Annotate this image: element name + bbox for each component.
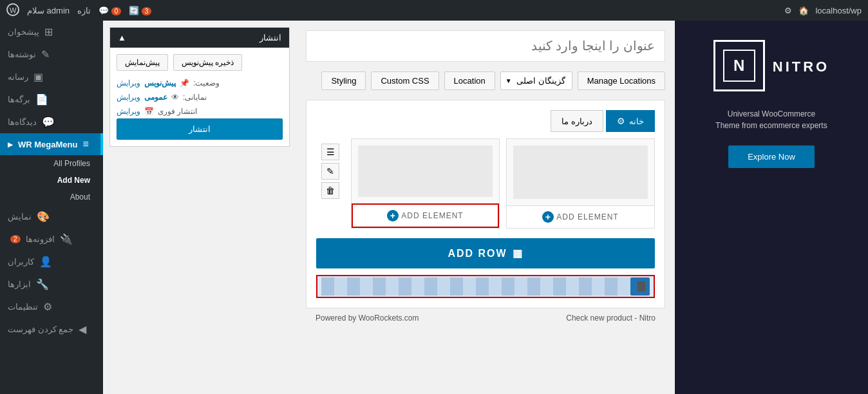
updates-btn[interactable]: 🔄 3: [129, 6, 151, 15]
col-action-edit-icon[interactable]: ✎: [321, 163, 339, 180]
save-draft-button[interactable]: ذخیره پیش‌نویس: [173, 54, 242, 71]
status-edit-link[interactable]: ویرایش: [117, 79, 140, 88]
sidebar-item-dashboard[interactable]: ⊞ پیشخوان: [0, 21, 103, 43]
updates-badge: 3: [142, 7, 152, 15]
editor-wrapper: Manage Locations گزینگان اصلی ▼ Location…: [296, 21, 868, 394]
wp-icon[interactable]: ⚙: [784, 6, 792, 15]
tab-about[interactable]: درباره ما: [551, 110, 603, 132]
sidebar-item-users[interactable]: 👤 کاربران: [0, 250, 103, 273]
sidebar-item-settings[interactable]: ⚙ تنظیمات: [0, 296, 103, 318]
column-2: ADD ELEMENT +: [351, 138, 500, 229]
site-name[interactable]: سلام admin: [27, 6, 70, 15]
add-element-btn-2[interactable]: ADD ELEMENT +: [352, 203, 499, 228]
ad-tagline2: Theme from ecommerce experts: [715, 121, 827, 130]
submenu-all-profiles[interactable]: All Profiles: [0, 155, 103, 172]
explore-now-button[interactable]: Explore Now: [728, 145, 815, 168]
submenu-about[interactable]: About: [0, 189, 103, 205]
plugins-icon: 🔌: [60, 233, 73, 245]
publish-time-label: انتشار فوری: [158, 107, 197, 116]
posts-icon: ✎: [41, 48, 50, 61]
styling-button[interactable]: Styling: [321, 71, 366, 90]
sidebar-item-plugins[interactable]: 🔌 افزونه‌ها 2: [0, 228, 103, 250]
svg-text:W: W: [10, 6, 17, 14]
custom-css-button[interactable]: Custom CSS: [371, 71, 439, 90]
publish-button[interactable]: انتشار: [117, 118, 283, 140]
tab-about-label: درباره ما: [561, 117, 592, 126]
visibility-edit-link[interactable]: ویرایش: [117, 93, 140, 102]
publish-box: انتشار ▲ ذخیره پیش‌نویس پیش‌نمایش وضعیت:…: [109, 27, 290, 147]
home-icon[interactable]: 🏠: [798, 6, 809, 15]
scrollbar-thumb: [630, 277, 650, 296]
visibility-value: عمومی: [144, 93, 167, 102]
sidebar-label-posts: نوشته‌ها: [8, 50, 36, 59]
location-select-wrapper: گزینگان اصلی ▼: [500, 71, 572, 90]
add-element-btn-1[interactable]: ADD ELEMENT +: [507, 205, 654, 228]
status-icon: 📌: [180, 79, 189, 88]
sidebar-item-comments[interactable]: 💬 دیدگاه‌ها: [0, 111, 103, 133]
sidebar-item-media[interactable]: ▣ رسانه: [0, 66, 103, 88]
column-1: ADD ELEMENT +: [506, 138, 655, 229]
sidebar-label-plugins: افزونه‌ها: [26, 234, 55, 244]
comments-badge: 0: [111, 7, 122, 15]
tab-home[interactable]: خانه ⚙: [606, 110, 655, 132]
wp-logo-icon[interactable]: W: [6, 3, 19, 18]
editor-area: Manage Locations گزینگان اصلی ▼ Location…: [296, 21, 675, 394]
sidebar-item-tools[interactable]: 🔧 ابزارها: [0, 273, 103, 296]
col-actions: ☰ ✎ 🗑: [316, 138, 344, 204]
footer-right-text: Powered by WooRockets.com: [316, 314, 419, 323]
tab-home-gear-icon[interactable]: ⚙: [617, 116, 625, 126]
sidebar-label-settings: تنظیمات: [8, 302, 38, 312]
publish-time-row: انتشار فوری 📅 ویرایش: [117, 104, 283, 118]
status-value: پیش‌نویس: [144, 79, 176, 88]
sidebar-label-tools: ابزارها: [8, 279, 31, 289]
publish-toggle-icon[interactable]: ▲: [118, 33, 126, 42]
left-panel: انتشار ▲ ذخیره پیش‌نویس پیش‌نمایش وضعیت:…: [103, 21, 296, 394]
col-action-delete-icon[interactable]: 🗑: [321, 182, 339, 199]
users-icon: 👤: [39, 256, 52, 268]
scrollbar-track: [321, 277, 630, 296]
manage-locations-button[interactable]: Manage Locations: [578, 71, 665, 90]
publish-time-edit-link[interactable]: ویرایش: [117, 107, 140, 116]
new-content-btn[interactable]: تازه: [77, 6, 91, 15]
comments-btn[interactable]: 💬 0: [99, 6, 121, 15]
sidebar-item-collapse[interactable]: ◀ جمع کردن فهرست: [0, 318, 103, 341]
center-wrapper: انتشار ▲ ذخیره پیش‌نویس پیش‌نمایش وضعیت:…: [103, 21, 868, 394]
publish-box-header: انتشار ▲: [110, 28, 289, 48]
sidebar-label-dashboard: پیشخوان: [8, 27, 39, 37]
sidebar-label-collapse: جمع کردن فهرست: [8, 324, 73, 334]
scrollbar-cursor: [637, 281, 645, 292]
sidebar-label-megamenu: WR MegaMenu: [18, 140, 77, 149]
site-url[interactable]: localhost/wp: [815, 6, 862, 15]
scrollbar-row[interactable]: [316, 275, 655, 298]
collapse-icon: ◀: [79, 323, 86, 335]
pages-icon: 📄: [35, 93, 48, 106]
col-2-content: [358, 145, 493, 197]
preview-button[interactable]: پیش‌نمایش: [117, 54, 168, 71]
megamenu-icon: ≡: [82, 138, 88, 150]
media-icon: ▣: [33, 71, 43, 83]
sidebar-item-megamenu[interactable]: ≡ WR MegaMenu ▶: [0, 133, 103, 155]
editor-toolbar: Manage Locations گزینگان اصلی ▼ Location…: [306, 71, 665, 90]
post-title-input[interactable]: [306, 30, 665, 62]
columns-area: ADD ELEMENT + ADD ELEMENT +: [351, 138, 655, 229]
nitro-logo: [713, 40, 765, 91]
dashboard-icon: ⊞: [44, 26, 53, 38]
status-row: وضعیت: 📌 پیش‌نویس ویرایش: [117, 76, 283, 90]
status-label: وضعیت:: [193, 79, 220, 88]
draft-preview-group: ذخیره پیش‌نویس پیش‌نمایش: [117, 54, 283, 71]
visibility-label: نمایانی:: [183, 93, 207, 102]
add-row-label: ADD ROW: [448, 248, 507, 259]
location-select[interactable]: گزینگان اصلی: [500, 71, 572, 90]
col-action-list-icon[interactable]: ☰: [321, 144, 339, 160]
nitro-logo-inner: [723, 50, 755, 82]
add-row-button[interactable]: ▦ ADD ROW: [316, 238, 655, 268]
sidebar-label-comments: دیدگاه‌ها: [8, 117, 37, 127]
sidebar-item-posts[interactable]: ✎ نوشته‌ها: [0, 43, 103, 66]
sidebar-item-pages[interactable]: 📄 برگه‌ها: [0, 88, 103, 111]
menu-builder: خانه ⚙ درباره ما: [306, 100, 665, 308]
location-button[interactable]: Location: [444, 71, 495, 90]
publish-box-body: ذخیره پیش‌نویس پیش‌نمایش وضعیت: 📌 پیش‌نو…: [110, 48, 289, 146]
sidebar-item-appearance[interactable]: 🎨 نمایش: [0, 205, 103, 228]
ad-tagline1: Universal WooCommerce: [728, 109, 815, 118]
submenu-add-new[interactable]: Add New: [0, 172, 103, 189]
